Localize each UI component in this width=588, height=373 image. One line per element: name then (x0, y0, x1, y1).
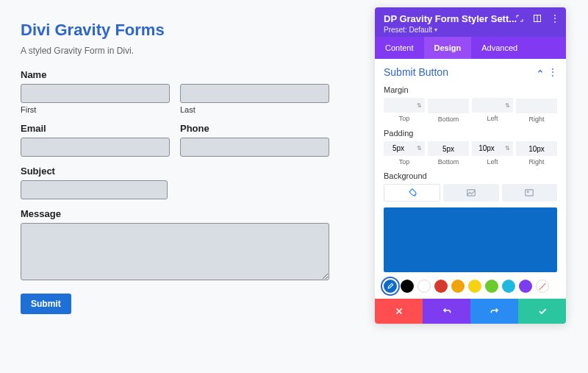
section-title[interactable]: Submit Button (384, 66, 448, 78)
svg-rect-4 (526, 190, 534, 196)
swatch-purple[interactable] (519, 280, 532, 293)
margin-left-input[interactable] (472, 98, 501, 113)
padding-top-input[interactable] (384, 141, 413, 156)
svg-point-5 (528, 191, 529, 193)
margin-controls: ⇅ Top Bottom ⇅ Left Right (384, 98, 557, 123)
link-values-icon[interactable]: ⇅ (413, 98, 425, 113)
tabs: Content Design Advanced (375, 37, 566, 59)
tab-design[interactable]: Design (424, 37, 472, 59)
swatch-black[interactable] (401, 280, 414, 293)
padding-left-input[interactable] (472, 141, 501, 156)
message-textarea[interactable] (21, 223, 329, 280)
last-name-input[interactable] (180, 84, 329, 103)
margin-label: Margin (384, 85, 557, 94)
link-values-icon[interactable]: ⇅ (413, 141, 425, 156)
redo-button[interactable] (470, 299, 518, 324)
panel-footer (375, 299, 566, 324)
swatch-picker[interactable] (384, 280, 397, 293)
svg-rect-3 (467, 190, 476, 196)
label-email: Email (21, 123, 170, 134)
label-subject: Subject (21, 166, 329, 177)
form-title: Divi Gravity Forms (21, 21, 329, 40)
tab-advanced[interactable]: Advanced (471, 37, 528, 59)
preset-selector[interactable]: Preset: Default ▾ (384, 26, 557, 34)
gravity-form: Divi Gravity Forms A styled Gravity Form… (21, 21, 329, 314)
padding-controls: ⇅ Top Bottom ⇅ Left Right (384, 141, 557, 166)
label-message: Message (21, 208, 329, 219)
swatch-cyan[interactable] (502, 280, 515, 293)
link-values-icon[interactable]: ⇅ (501, 141, 513, 156)
margin-bottom-input[interactable] (428, 99, 469, 113)
sublabel-last: Last (180, 105, 329, 114)
padding-right-input[interactable] (516, 141, 557, 156)
bg-image-tab[interactable] (502, 184, 557, 202)
first-name-input[interactable] (21, 84, 170, 103)
link-values-icon[interactable]: ⇅ (501, 98, 513, 113)
swatch-none[interactable] (536, 280, 549, 293)
bg-gradient-tab[interactable] (443, 184, 498, 202)
swatch-green[interactable] (485, 280, 498, 293)
settings-panel: DP Gravity Form Styler Sett... Preset: D… (375, 7, 566, 324)
padding-bottom-input[interactable] (428, 141, 469, 156)
sublabel-first: First (21, 105, 170, 114)
background-label: Background (384, 171, 557, 180)
swatch-yellow[interactable] (468, 280, 481, 293)
expand-icon[interactable] (514, 13, 525, 24)
collapse-icon[interactable] (537, 67, 544, 77)
email-input[interactable] (21, 138, 170, 157)
submit-button[interactable]: Submit (21, 294, 71, 314)
tab-content[interactable]: Content (375, 37, 424, 59)
panel-header: DP Gravity Form Styler Sett... Preset: D… (375, 7, 566, 37)
swatch-white[interactable] (417, 280, 431, 293)
section-more-icon[interactable]: ⋮ (548, 67, 557, 77)
save-button[interactable] (518, 299, 566, 324)
phone-input[interactable] (180, 138, 329, 157)
more-icon[interactable]: ⋮ (550, 13, 560, 24)
subject-input[interactable] (21, 180, 168, 199)
close-button[interactable] (375, 299, 423, 324)
color-swatches (384, 280, 557, 293)
margin-right-input[interactable] (516, 99, 557, 113)
form-description: A styled Gravity Form in Divi. (21, 46, 329, 56)
undo-button[interactable] (423, 299, 470, 324)
label-phone: Phone (180, 123, 329, 134)
color-preview[interactable] (384, 207, 557, 272)
margin-top-input[interactable] (384, 98, 413, 113)
bg-color-tab[interactable] (384, 184, 440, 202)
padding-label: Padding (384, 129, 557, 138)
label-name: Name (21, 69, 329, 80)
background-type-tabs (384, 184, 557, 202)
svg-point-2 (415, 195, 415, 196)
swatch-orange[interactable] (451, 280, 465, 293)
layout-icon[interactable] (532, 13, 542, 24)
chevron-down-icon: ▾ (434, 26, 437, 33)
swatch-red[interactable] (434, 280, 448, 293)
